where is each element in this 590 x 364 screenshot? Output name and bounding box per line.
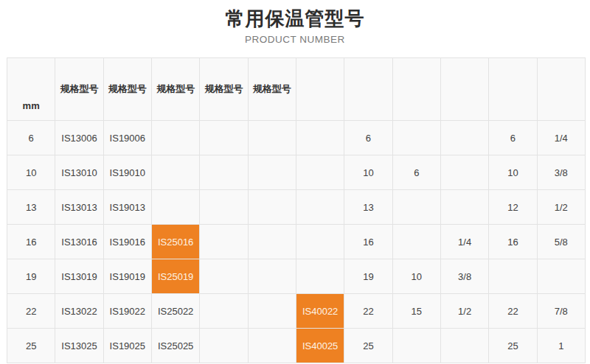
empty-cell (248, 294, 296, 329)
model-number-cell: IS25019 (151, 259, 199, 294)
table-head: mm规格型号规格型号规格型号规格型号规格型号 (7, 58, 586, 121)
product-table: mm规格型号规格型号规格型号规格型号规格型号 6IS13006IS1900666… (7, 57, 586, 363)
value-cell: 25 (344, 329, 392, 363)
page: 常用保温管型号 PRODUCT NUMBER mm规格型号规格型号规格型号规格型… (0, 0, 590, 364)
col-header-empty (296, 58, 344, 121)
model-number-cell: IS19010 (103, 155, 151, 190)
empty-cell (200, 190, 248, 225)
empty-cell (248, 121, 296, 155)
size-mm-cell: 10 (7, 155, 55, 190)
table-row: 6IS13006IS19006661/4 (7, 121, 586, 155)
empty-cell (392, 329, 440, 363)
value-cell: 10 (489, 155, 537, 190)
model-number-cell: IS19013 (103, 190, 151, 225)
empty-cell (151, 190, 199, 225)
model-number-cell: IS25025 (151, 329, 199, 363)
value-cell: 16 (344, 225, 392, 259)
value-cell: 19 (344, 259, 392, 294)
header-row: mm规格型号规格型号规格型号规格型号规格型号 (7, 58, 586, 121)
empty-cell (248, 259, 296, 294)
value-cell: 10 (344, 155, 392, 190)
value-cell: 1/2 (537, 190, 585, 225)
empty-cell (200, 259, 248, 294)
model-number-cell: IS13019 (55, 259, 103, 294)
model-number-cell: IS40025 (296, 329, 344, 363)
empty-cell (440, 155, 488, 190)
page-subtitle: PRODUCT NUMBER (0, 30, 590, 45)
empty-cell (392, 190, 440, 225)
size-mm-cell: 19 (7, 259, 55, 294)
col-header-spec: 规格型号 (103, 58, 151, 121)
col-header-spec: 规格型号 (55, 58, 103, 121)
empty-cell (296, 155, 344, 190)
col-header-empty (344, 58, 392, 121)
empty-cell (296, 190, 344, 225)
table-row: 25IS13025IS19025IS25025IS4002525251 (7, 329, 586, 363)
size-mm-cell: 22 (7, 294, 55, 329)
col-header-empty (440, 58, 488, 121)
value-cell: 22 (489, 294, 537, 329)
empty-cell (440, 190, 488, 225)
table-body: 6IS13006IS19006661/410IS13010IS190101061… (7, 121, 586, 363)
empty-cell (151, 155, 199, 190)
value-cell: 1 (537, 329, 585, 363)
col-header-mm: mm (7, 58, 55, 121)
empty-cell (392, 225, 440, 259)
col-header-empty (392, 58, 440, 121)
empty-cell (296, 225, 344, 259)
table-row: 13IS13013IS1901313121/2 (7, 190, 586, 225)
empty-cell (200, 155, 248, 190)
model-number-cell: IS13006 (55, 121, 103, 155)
empty-cell (489, 259, 537, 294)
model-number-cell: IS19006 (103, 121, 151, 155)
size-mm-cell: 16 (7, 225, 55, 259)
value-cell: 3/8 (537, 155, 585, 190)
size-mm-cell: 25 (7, 329, 55, 363)
empty-cell (248, 155, 296, 190)
empty-cell (200, 225, 248, 259)
value-cell: 16 (489, 225, 537, 259)
col-header-spec: 规格型号 (248, 58, 296, 121)
model-number-cell: IS19025 (103, 329, 151, 363)
model-number-cell: IS19019 (103, 259, 151, 294)
model-number-cell: IS13016 (55, 225, 103, 259)
table-row: 19IS13019IS19019IS2501919103/8 (7, 259, 586, 294)
table-row: 10IS13010IS19010106103/8 (7, 155, 586, 190)
value-cell: 6 (392, 155, 440, 190)
value-cell: 6 (344, 121, 392, 155)
empty-cell (200, 121, 248, 155)
empty-cell (248, 225, 296, 259)
value-cell: 13 (344, 190, 392, 225)
value-cell: 15 (392, 294, 440, 329)
value-cell: 12 (489, 190, 537, 225)
model-number-cell: IS25022 (151, 294, 199, 329)
empty-cell (537, 259, 585, 294)
empty-cell (248, 190, 296, 225)
value-cell: 1/4 (537, 121, 585, 155)
value-cell: 25 (489, 329, 537, 363)
empty-cell (440, 121, 488, 155)
col-header-empty (489, 58, 537, 121)
table-row: 16IS13016IS19016IS25016161/4165/8 (7, 225, 586, 259)
empty-cell (151, 121, 199, 155)
col-header-spec: 规格型号 (151, 58, 199, 121)
size-mm-cell: 13 (7, 190, 55, 225)
model-number-cell: IS13010 (55, 155, 103, 190)
value-cell: 6 (489, 121, 537, 155)
model-number-cell: IS19022 (103, 294, 151, 329)
size-mm-cell: 6 (7, 121, 55, 155)
page-title: 常用保温管型号 (0, 0, 590, 30)
empty-cell (296, 121, 344, 155)
model-number-cell: IS25016 (151, 225, 199, 259)
empty-cell (200, 329, 248, 363)
col-header-spec: 规格型号 (200, 58, 248, 121)
value-cell: 3/8 (440, 259, 488, 294)
table-row: 22IS13022IS19022IS25022IS4002222151/2227… (7, 294, 586, 329)
empty-cell (440, 329, 488, 363)
model-number-cell: IS13013 (55, 190, 103, 225)
value-cell: 1/2 (440, 294, 488, 329)
empty-cell (392, 121, 440, 155)
value-cell: 10 (392, 259, 440, 294)
empty-cell (296, 259, 344, 294)
col-header-empty (537, 58, 585, 121)
